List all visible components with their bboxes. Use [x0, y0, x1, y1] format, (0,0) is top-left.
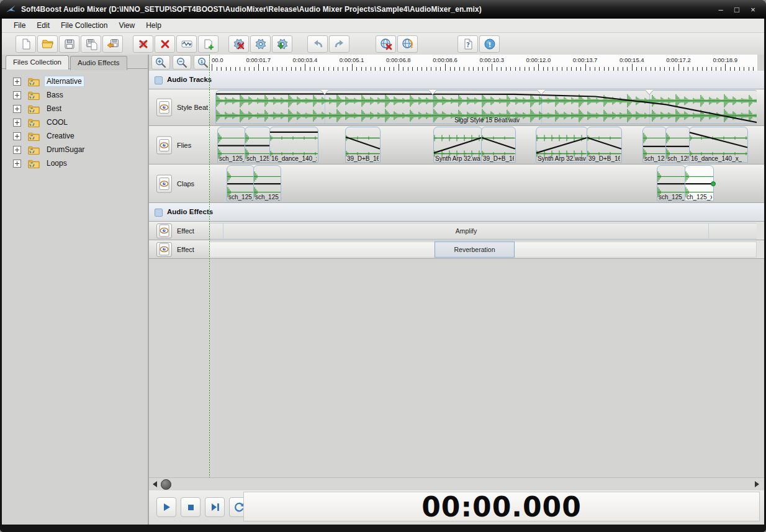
save-button[interactable]: [59, 35, 79, 53]
menu-item-help[interactable]: Help: [140, 19, 167, 32]
refresh-web-button[interactable]: [397, 35, 418, 53]
track-visibility-button[interactable]: [156, 174, 172, 192]
toolbar-group: [16, 35, 123, 53]
folder-item-loops[interactable]: Loops: [2, 156, 148, 170]
expand-plus-icon[interactable]: [13, 78, 21, 86]
expand-plus-icon[interactable]: [13, 91, 21, 99]
scrollbar-thumb[interactable]: [161, 479, 171, 490]
tab-files-collection[interactable]: Files Collection: [6, 55, 69, 70]
clip-boundary-marker-icon: [538, 90, 545, 94]
clip-sch-125-x[interactable]: sch_125_x: [657, 165, 686, 201]
effect-visibility-button[interactable]: [156, 242, 172, 257]
menu-item-edit[interactable]: Edit: [31, 19, 55, 32]
expand-plus-icon[interactable]: [13, 146, 21, 154]
folder-item-drumsugar[interactable]: DrumSugar: [2, 143, 148, 156]
expand-plus-icon[interactable]: [13, 160, 21, 168]
track-visibility-button[interactable]: [156, 136, 172, 154]
menu-item-file-collection[interactable]: File Collection: [55, 19, 113, 32]
effect-settings-button[interactable]: [250, 35, 271, 53]
new-file-button[interactable]: [16, 35, 36, 53]
expand-plus-icon[interactable]: [13, 119, 21, 127]
remove-effect-button[interactable]: [228, 35, 249, 53]
tab-audio-effects[interactable]: Audio Effects: [70, 56, 127, 70]
clip-label: ch_125_x: [687, 194, 712, 201]
folder-label: Best: [45, 104, 63, 114]
effect-segment-reverberation[interactable]: Reverberation: [435, 241, 515, 258]
about-button[interactable]: !: [479, 35, 500, 53]
clip-synth-arp-32-wav[interactable]: Synth Arp 32.wav: [536, 127, 588, 163]
timeline-ruler[interactable]: 00.00:00:01.70:00:03.40:00:05.10:00:06.8…: [209, 55, 757, 71]
timeline-topbar: 1 00.00:00:01.70:00:03.40:00:05.10:00:06…: [149, 55, 764, 71]
svg-text:!: !: [488, 40, 491, 48]
clip-sch-125-x[interactable]: sch_125_x: [227, 165, 255, 201]
minimize-button[interactable]: –: [716, 5, 725, 14]
menu-item-file[interactable]: File: [8, 19, 31, 32]
scroll-right-icon[interactable]: [755, 481, 759, 487]
expand-plus-icon[interactable]: [13, 105, 21, 113]
transport-buttons: [156, 497, 249, 517]
clip-39-d-b-16[interactable]: 39_D+B_16: [587, 127, 622, 163]
zoom-in-button[interactable]: [151, 55, 170, 70]
clip-sch-125-x[interactable]: sch_125_x: [217, 127, 246, 163]
folder-label: Bass: [45, 90, 65, 100]
clip-16-dance-140-x[interactable]: 16_dance_140_x_: [269, 127, 318, 163]
app-logo-icon: [6, 4, 16, 14]
trim-waveform-button[interactable]: [176, 35, 197, 53]
close-button[interactable]: ×: [749, 5, 757, 14]
effect-settings-icon: [255, 38, 267, 50]
clip-synth-arp-32-wav[interactable]: Synth Arp 32.wav: [433, 127, 482, 163]
redo-button[interactable]: [329, 35, 349, 53]
stop-button[interactable]: [181, 497, 201, 517]
clip-label: sch_125_x: [659, 194, 684, 201]
clip-39-d-b-16[interactable]: 39_D+B_16: [345, 127, 381, 163]
expand-plus-icon[interactable]: [13, 132, 21, 140]
section-checkbox-icon[interactable]: [155, 76, 163, 84]
maximize-button[interactable]: □: [732, 5, 741, 14]
disconnect-web-button[interactable]: [376, 35, 396, 53]
clip-sch-125-x[interactable]: sch_125_x: [245, 127, 271, 163]
play-all-button[interactable]: [205, 497, 225, 517]
clip-label: Siggi Style 15 Beat.wav: [454, 117, 520, 124]
folder-item-bass[interactable]: Bass: [2, 88, 148, 102]
undo-button[interactable]: [307, 35, 328, 53]
effect-lane: Amplify: [209, 222, 757, 240]
redo-icon: [333, 38, 346, 50]
save-as-button[interactable]: [81, 35, 101, 53]
help-button[interactable]: ?: [457, 35, 478, 53]
section-checkbox-icon[interactable]: [155, 209, 163, 217]
remove-effect-icon: [233, 38, 245, 50]
horizontal-scrollbar[interactable]: [149, 477, 764, 491]
clip-siggi-style-15-beat-wav[interactable]: Siggi Style 15 Beat.wav: [215, 90, 757, 124]
track-visibility-button[interactable]: [156, 99, 172, 117]
app-window: Soft4Boost Audio Mixer (D:\INNO_SETUP\SO…: [0, 0, 766, 532]
clip-label: 39_D+B_16: [588, 155, 620, 162]
effect-segment-amplify[interactable]: Amplify: [223, 223, 710, 239]
effect-segment-blank[interactable]: [708, 223, 757, 239]
apply-effect-button[interactable]: [272, 35, 292, 53]
zoom-controls: 1: [151, 55, 212, 70]
clip-sch-125[interactable]: sch_125_: [665, 127, 690, 163]
zoom-out-button[interactable]: [173, 55, 191, 70]
add-clip-button[interactable]: [198, 35, 219, 53]
clip-16-dance-140-x[interactable]: 16_dance_140_x_: [689, 127, 748, 163]
effect-visibility-button[interactable]: [156, 223, 172, 238]
delete-button[interactable]: [155, 35, 175, 53]
open-folder-button[interactable]: [37, 35, 58, 53]
clip-39-d-b-16[interactable]: 39_D+B_16: [481, 127, 516, 163]
effect-header: Effect: [149, 240, 210, 258]
clip-sch-125-x[interactable]: sch_125_x: [253, 165, 281, 201]
track-header: Claps: [149, 165, 210, 202]
menu-item-view[interactable]: View: [113, 19, 140, 32]
clip-sch-125[interactable]: sch_125_: [642, 127, 667, 163]
clear-timeline-button[interactable]: [133, 35, 153, 53]
play-button[interactable]: [156, 497, 176, 517]
effect-segment-blank[interactable]: [209, 223, 224, 239]
clip-ch-125-x[interactable]: ch_125_x: [685, 165, 714, 201]
scroll-left-icon[interactable]: [153, 481, 157, 487]
folder-item-creative[interactable]: Creative: [2, 129, 148, 143]
folder-item-best[interactable]: Best: [2, 102, 148, 115]
folder-item-cool[interactable]: COOL: [2, 115, 148, 129]
folder-item-alternative[interactable]: Alternative: [2, 74, 148, 88]
save-all-button[interactable]: [102, 35, 123, 53]
effect-lane: Reverberation: [209, 240, 757, 258]
